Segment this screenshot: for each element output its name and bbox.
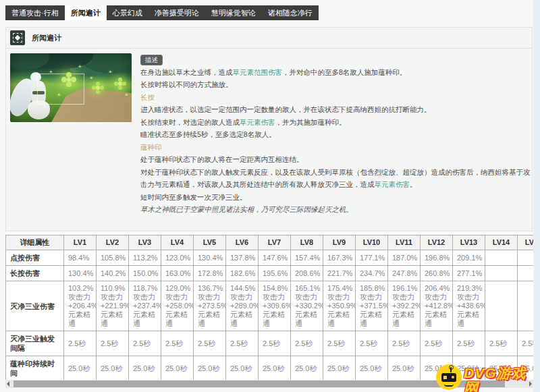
stat-cell: 209.1%	[453, 250, 485, 266]
stat-cell: 2.5秒	[421, 331, 453, 356]
table-row: 灭净三业伤害103.2% 攻击力 +206.4% 元素精通110.9% 攻击力 …	[6, 281, 534, 331]
hold-heading: 长按	[140, 91, 533, 104]
stat-cell: 167.3%	[323, 250, 356, 266]
stat-cell: 2.5秒	[291, 331, 323, 356]
row-label: 点按伤害	[6, 250, 64, 266]
scrollbar-thumb[interactable]	[14, 381, 505, 387]
stat-cell: 206.4% 攻击力 +412.8% 元素精通	[421, 281, 453, 331]
column-header: LV7	[259, 235, 291, 250]
stat-cell: 25.0秒	[259, 356, 291, 381]
column-header: LV6	[226, 235, 259, 250]
skill-targeting-icon	[10, 30, 25, 45]
stat-cell: 157.4%	[291, 250, 323, 266]
column-header: LV14	[485, 235, 518, 250]
stat-cell: 136.7% 攻击力 +273.5% 元素精通	[194, 281, 226, 331]
sparkle-icon: +	[90, 76, 93, 81]
stat-cell: 25.0秒	[291, 356, 323, 381]
stat-cell: 247.8%	[388, 266, 421, 281]
watermark-brand: DVG游戏网	[464, 366, 540, 392]
stat-cell: 2.5秒	[323, 331, 356, 356]
column-header: LV10	[356, 235, 388, 250]
skill-card: 所闻遍计 + + + + + + + 描述 在身边施以草木之业缚，造成草元素范围…	[5, 27, 533, 231]
stat-cell: 208.6%	[291, 266, 323, 281]
stat-cell: 234.7%	[356, 266, 388, 281]
stat-cell	[485, 266, 518, 281]
tab-item[interactable]: 诸相随念净行	[262, 5, 319, 20]
seed-clover-mark-icon	[118, 82, 122, 86]
stat-cell	[485, 250, 518, 266]
stats-table-body: 点按伤害98.4%105.8%113.2%123.0%130.4%137.8%1…	[6, 250, 534, 381]
stat-cell: 177.1%	[356, 250, 388, 266]
stat-cell: 25.0秒	[194, 356, 226, 381]
sparkle-icon: +	[78, 64, 82, 69]
stat-cell: 123.0%	[161, 250, 194, 266]
dendro-damage-link[interactable]: 草元素范围伤害	[233, 68, 283, 76]
dendro-damage-link[interactable]: 草元素伤害	[240, 118, 275, 126]
tab-bar: 普通攻击·行相所闻遍计心景幻成净善摄受明论慧明缘觉智论诸相随念净行	[5, 5, 319, 20]
column-header: LV3	[129, 235, 161, 250]
stat-cell: 130.4%	[64, 266, 97, 281]
seed-heading: 蕴种印	[140, 141, 533, 154]
stat-cell: 25.0秒	[388, 356, 421, 381]
stat-cell: 221.7%	[323, 266, 356, 281]
tab-item[interactable]: 普通攻击·行相	[5, 5, 65, 20]
stat-cell: 185.8% 攻击力 +371.5% 元素精通	[356, 281, 388, 331]
desc-text: ，并对命中的至多8名敌人施加蕴种印。	[282, 68, 406, 76]
stat-cell: 129.0% 攻击力 +258.0% 元素精通	[161, 281, 194, 331]
stat-cell: 219.3% 攻击力 +438.6% 元素精通	[453, 281, 485, 331]
desc-text: 对处于蕴种印状态下的敌人触发元素反应，以及在该敌人受到草原核（包含烈绽放、超绽放…	[140, 168, 531, 189]
sparkle-icon: +	[49, 69, 53, 75]
stat-cell	[518, 281, 534, 331]
desc-paragraph: 处于蕴种印状态下的敌人将在一定距离内互相连结。	[140, 153, 533, 166]
scroll-left-arrow-icon[interactable]	[7, 381, 9, 387]
stat-cell: 163.0%	[161, 266, 194, 281]
table-row: 点按伤害98.4%105.8%113.2%123.0%130.4%137.8%1…	[6, 250, 534, 266]
sparkle-icon: +	[57, 92, 61, 98]
stat-cell: 98.4%	[64, 250, 97, 266]
column-header: LV12	[421, 235, 453, 250]
stat-cell: 105.8%	[97, 250, 129, 266]
desc-paragraph: 长按时将以不同的方式施放。	[140, 78, 533, 91]
stat-cell: 25.0秒	[64, 356, 97, 381]
desc-paragraph: 进入瞄准状态，以选定一定范围内一定数量的敌人，并在该状态下提高纳西妲的抗打断能力…	[140, 103, 533, 116]
stat-cell: 137.8%	[226, 250, 259, 266]
stat-cell: 2.5秒	[485, 331, 518, 356]
description-badge: 描述	[140, 55, 163, 65]
stat-cell: 25.0秒	[356, 356, 388, 381]
row-label: 蕴种印持续时间	[6, 356, 64, 381]
stat-cell: 25.0秒	[226, 356, 259, 381]
row-label: 灭净三业触发间隔	[6, 331, 64, 356]
stat-cell: 2.5秒	[259, 331, 291, 356]
flavor-text: 草木之神既已于空蒙中照见诸法实相，乃可究尽三际因缘起灭之机。	[140, 203, 533, 216]
column-header: LV9	[323, 235, 356, 250]
row-label: 灭净三业伤害	[6, 281, 64, 331]
stat-cell: 25.0秒	[161, 356, 194, 381]
stat-cell: 2.5秒	[453, 331, 485, 356]
table-row: 灭净三业触发间隔2.5秒2.5秒2.5秒2.5秒2.5秒2.5秒2.5秒2.5秒…	[6, 331, 534, 356]
column-header: LV13	[453, 235, 485, 250]
stat-cell: 113.2%	[129, 250, 161, 266]
column-header: LV8	[291, 235, 323, 250]
stat-cell: 195.6%	[259, 266, 291, 281]
page-title: 所闻遍计	[32, 33, 61, 43]
tab-item[interactable]: 慧明缘觉智论	[205, 5, 262, 20]
stat-cell: 2.5秒	[97, 331, 129, 356]
dendro-damage-link[interactable]: 草元素伤害	[375, 180, 410, 188]
desc-paragraph: 瞄准状态至多持续5秒，至多选定8名敌人。	[140, 128, 533, 141]
gamepad-icon	[436, 364, 462, 390]
stat-cell: 2.5秒	[226, 331, 259, 356]
stat-cell: 187.0%	[388, 250, 421, 266]
stat-cell: 25.0秒	[129, 356, 161, 381]
sparkle-icon: +	[34, 87, 38, 92]
stat-cell: 130.4%	[194, 250, 226, 266]
desc-paragraph: 长按结束时，对选定的敌人造成草元素伤害，并为其施加蕴种印。	[140, 116, 533, 129]
stat-cell: 277.1%	[453, 266, 485, 281]
stats-table-header-row: 详细属性LV1LV2LV3LV4LV5LV6LV7LV8LV9LV10LV11L…	[6, 235, 534, 250]
page-edge-strip	[533, 0, 540, 392]
targeting-bracket-icon	[37, 74, 84, 105]
tab-active[interactable]: 所闻遍计	[65, 5, 107, 20]
tab-item[interactable]: 净善摄受明论	[148, 5, 205, 20]
skill-card-header: 所闻遍计	[6, 28, 532, 49]
column-header: LV5	[194, 235, 226, 250]
tab-item[interactable]: 心景幻成	[107, 5, 148, 20]
